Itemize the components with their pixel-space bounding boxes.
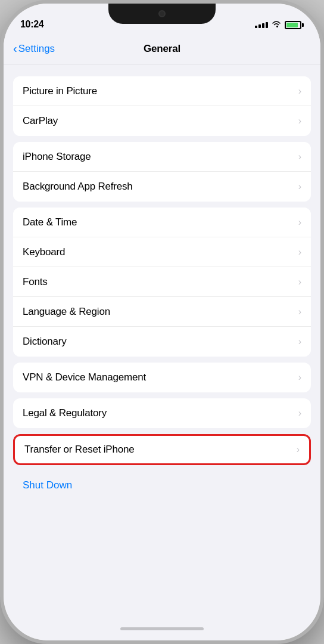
vpn-device-management-label: VPN & Device Management xyxy=(23,371,146,383)
legal-regulatory-chevron: › xyxy=(298,408,301,419)
picture-in-picture-label: Picture in Picture xyxy=(23,85,97,97)
back-button[interactable]: ‹ Settings xyxy=(13,42,55,55)
legal-regulatory-row[interactable]: Legal & Regulatory › xyxy=(13,398,311,428)
vpn-device-management-chevron: › xyxy=(298,372,301,383)
language-region-row[interactable]: Language & Region › xyxy=(13,297,311,327)
background-app-refresh-label: Background App Refresh xyxy=(23,181,133,193)
iphone-storage-row[interactable]: iPhone Storage › xyxy=(13,142,311,172)
status-time: 10:24 xyxy=(20,19,43,30)
fonts-row[interactable]: Fonts › xyxy=(13,267,311,297)
status-icons xyxy=(255,20,304,30)
picture-in-picture-row[interactable]: Picture in Picture › xyxy=(13,76,311,106)
dictionary-label: Dictionary xyxy=(23,336,67,348)
language-region-label: Language & Region xyxy=(23,306,110,318)
settings-group-2: iPhone Storage › Background App Refresh … xyxy=(13,142,311,202)
vpn-device-management-row[interactable]: VPN & Device Management › xyxy=(13,363,311,392)
keyboard-chevron: › xyxy=(298,247,301,258)
date-time-chevron: › xyxy=(298,217,301,228)
dictionary-chevron: › xyxy=(298,336,301,347)
wifi-icon xyxy=(272,20,281,30)
dictionary-row[interactable]: Dictionary › xyxy=(13,327,311,357)
background-app-refresh-chevron: › xyxy=(298,181,301,192)
language-region-chevron: › xyxy=(298,306,301,317)
home-bar xyxy=(120,627,204,630)
settings-group-4: VPN & Device Management › xyxy=(13,363,311,392)
keyboard-label: Keyboard xyxy=(23,246,65,258)
page-title: General xyxy=(144,43,180,55)
phone-shell: 10:24 xyxy=(0,0,324,644)
fonts-label: Fonts xyxy=(23,276,48,288)
keyboard-row[interactable]: Keyboard › xyxy=(13,237,311,267)
nav-header: ‹ Settings General xyxy=(4,33,320,64)
fonts-chevron: › xyxy=(298,277,301,287)
legal-regulatory-label: Legal & Regulatory xyxy=(23,407,107,419)
settings-group-5: Legal & Regulatory › xyxy=(13,398,311,428)
settings-group-1: Picture in Picture › CarPlay › xyxy=(13,76,311,136)
transfer-reset-label: Transfer or Reset iPhone xyxy=(24,444,135,456)
picture-in-picture-chevron: › xyxy=(298,86,301,97)
signal-icon xyxy=(255,22,268,28)
shut-down-row[interactable]: Shut Down xyxy=(13,471,311,500)
back-label: Settings xyxy=(18,43,55,55)
transfer-reset-chevron: › xyxy=(297,444,300,455)
back-chevron-icon: ‹ xyxy=(13,42,17,55)
iphone-storage-label: iPhone Storage xyxy=(23,151,91,163)
home-indicator xyxy=(4,617,320,640)
content-area: Picture in Picture › CarPlay › iPhone St… xyxy=(4,64,320,617)
settings-group-3: Date & Time › Keyboard › Fonts › Languag… xyxy=(13,208,311,357)
date-time-row[interactable]: Date & Time › xyxy=(13,208,311,237)
notch xyxy=(108,4,216,24)
background-app-refresh-row[interactable]: Background App Refresh › xyxy=(13,172,311,202)
date-time-label: Date & Time xyxy=(23,216,77,228)
carplay-row[interactable]: CarPlay › xyxy=(13,106,311,136)
transfer-reset-row[interactable]: Transfer or Reset iPhone › xyxy=(13,434,311,465)
screen: 10:24 xyxy=(4,4,320,640)
shut-down-label: Shut Down xyxy=(23,479,72,491)
iphone-storage-chevron: › xyxy=(298,151,301,162)
battery-icon xyxy=(285,21,304,29)
camera xyxy=(158,10,166,17)
carplay-chevron: › xyxy=(298,116,301,126)
carplay-label: CarPlay xyxy=(23,115,58,127)
